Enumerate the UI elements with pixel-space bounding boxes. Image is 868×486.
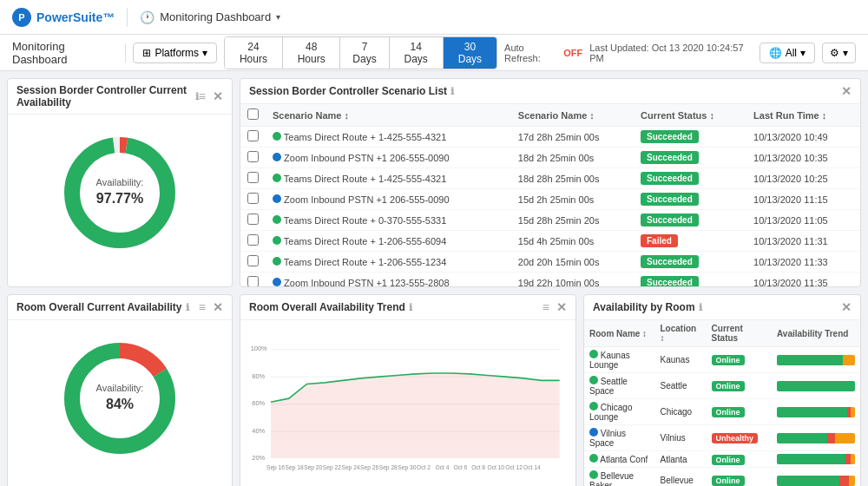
row-checkbox[interactable] bbox=[240, 210, 266, 231]
status-badge: Succeeded bbox=[641, 172, 699, 185]
trend-green-seg bbox=[777, 433, 828, 443]
svg-text:Sep 18: Sep 18 bbox=[286, 464, 304, 471]
settings-button[interactable]: ⚙ ▾ bbox=[822, 43, 856, 63]
row-select-checkbox[interactable] bbox=[247, 213, 259, 225]
auto-refresh-status: OFF bbox=[563, 48, 582, 58]
room-icon bbox=[589, 454, 598, 463]
status-badge: Succeeded bbox=[641, 193, 699, 206]
row-checkbox[interactable] bbox=[240, 127, 266, 148]
row-checkbox[interactable] bbox=[240, 273, 266, 287]
row-scenario: 15d 4h 25min 00s bbox=[511, 231, 634, 252]
svg-text:40%: 40% bbox=[252, 427, 265, 435]
col-last-run[interactable]: Last Run Time ↕ bbox=[746, 104, 860, 127]
room-close-button[interactable]: ✕ bbox=[213, 300, 223, 314]
time-btn-24h[interactable]: 24 Hours bbox=[225, 37, 283, 69]
trend-chart-svg: 100% 80% 60% 40% 20% Sep 16 bbox=[249, 327, 567, 486]
room-status-cell: Online bbox=[707, 468, 772, 487]
row-select-checkbox[interactable] bbox=[247, 234, 259, 246]
time-btn-14d[interactable]: 14 Days bbox=[390, 37, 444, 69]
trend-yellow-seg bbox=[849, 476, 855, 486]
panel-close-button[interactable]: ✕ bbox=[213, 89, 223, 103]
trend-yellow-seg bbox=[851, 454, 855, 464]
brand-name: PowerSuite™ bbox=[36, 10, 115, 24]
time-btn-7d[interactable]: 7 Days bbox=[340, 37, 389, 69]
select-all-checkbox[interactable] bbox=[247, 108, 259, 120]
row-last-run: 10/13/2020 11:05 bbox=[746, 210, 860, 231]
row-checkbox[interactable] bbox=[240, 148, 266, 168]
nav-title-area[interactable]: 🕐 Monitoring Dashboard ▾ bbox=[140, 10, 280, 24]
row-scenario: 18d 28h 25min 00s bbox=[511, 168, 634, 189]
row-select-checkbox[interactable] bbox=[247, 172, 259, 183]
room-status-cell: Online bbox=[707, 399, 772, 425]
room-avail-header-left: Room Overall Current Availability ℹ bbox=[16, 301, 189, 313]
panel-header-left: Session Border Controller Current Availa… bbox=[16, 84, 199, 108]
row-select-checkbox[interactable] bbox=[247, 276, 259, 286]
sbc-donut-chart: Availability: 97.77% bbox=[59, 132, 181, 253]
row-select-checkbox[interactable] bbox=[247, 151, 259, 162]
trend-green-seg bbox=[777, 381, 855, 391]
logo-area: P PowerSuite™ bbox=[12, 8, 115, 27]
row-status: Succeeded bbox=[634, 252, 746, 273]
list-item: Chicago Lounge Chicago Online bbox=[584, 399, 860, 425]
row-name: Zoom Inbound PSTN +1 206-555-0090 bbox=[266, 189, 511, 210]
sbc-scenario-title: Session Border Controller Scenario List bbox=[249, 85, 447, 97]
room-location-cell: Kaunas bbox=[654, 347, 706, 373]
room-status-cell: Online bbox=[707, 373, 772, 399]
col-scenario-name2[interactable]: Scenario Name ↕ bbox=[511, 104, 634, 127]
trend-bar bbox=[777, 407, 855, 417]
row-status: Succeeded bbox=[634, 148, 746, 168]
time-btn-48h[interactable]: 48 Hours bbox=[283, 37, 341, 69]
col-scenario-name[interactable]: Scenario Name ↕ bbox=[266, 104, 511, 127]
scenario-table-wrapper[interactable]: Scenario Name ↕ Scenario Name ↕ Current … bbox=[240, 104, 860, 286]
col-room-name[interactable]: Room Name ↕ bbox=[584, 320, 654, 347]
last-updated: Last Updated: Oct 13 2020 10:24:57 PM bbox=[589, 43, 753, 63]
row-name: Teams Direct Route + 1-206-555-1234 bbox=[266, 252, 511, 273]
platforms-filter-button[interactable]: ⊞ Platforms ▾ bbox=[133, 43, 217, 63]
row-checkbox[interactable] bbox=[240, 189, 266, 210]
scenario-table: Scenario Name ↕ Scenario Name ↕ Current … bbox=[240, 104, 860, 286]
all-filter-button[interactable]: 🌐 All ▾ bbox=[760, 43, 815, 63]
room-availability-title: Room Overall Current Availability bbox=[16, 301, 182, 313]
room-info-icon: ℹ bbox=[186, 302, 189, 313]
status-badge: Unhealthy bbox=[712, 433, 759, 443]
row-status: Succeeded bbox=[634, 127, 746, 148]
room-availability-text: Availability: bbox=[96, 382, 144, 395]
row-status-icon bbox=[273, 174, 281, 182]
row-name: Zoom Inbound PSTN +1 206-555-0090 bbox=[266, 148, 511, 168]
row-select-checkbox[interactable] bbox=[247, 130, 259, 141]
room-status-cell: Online bbox=[707, 347, 772, 373]
col-location[interactable]: Location ↕ bbox=[654, 320, 706, 347]
room-menu-icon[interactable]: ≡ bbox=[199, 300, 206, 314]
row-select-checkbox[interactable] bbox=[247, 255, 259, 266]
sbc-availability-panel: Session Border Controller Current Availa… bbox=[7, 78, 233, 287]
table-row: Teams Direct Route + 1-425-555-4321 17d … bbox=[240, 127, 860, 148]
nav-title: Monitoring Dashboard bbox=[160, 10, 271, 23]
room-trend-header: Room Overall Availability Trend ℹ ≡ ✕ bbox=[240, 295, 575, 320]
list-item: Seattle Space Seattle Online bbox=[584, 373, 860, 399]
panel-menu-icon[interactable]: ≡ bbox=[199, 89, 206, 103]
room-list-close[interactable]: ✕ bbox=[841, 300, 852, 314]
col-checkbox bbox=[240, 104, 266, 127]
row-checkbox[interactable] bbox=[240, 168, 266, 189]
scenario-panel-close[interactable]: ✕ bbox=[841, 84, 852, 98]
col-current-status[interactable]: Current Status ↕ bbox=[634, 104, 746, 127]
time-btn-30d[interactable]: 30 Days bbox=[444, 37, 496, 69]
row-checkbox[interactable] bbox=[240, 252, 266, 273]
row-select-checkbox[interactable] bbox=[247, 193, 259, 204]
row-status-icon bbox=[273, 153, 281, 161]
row-checkbox[interactable] bbox=[240, 231, 266, 252]
sbc-scenario-header: Session Border Controller Scenario List … bbox=[240, 79, 860, 104]
trend-close-button[interactable]: ✕ bbox=[556, 300, 567, 314]
list-item: Kaunas Lounge Kaunas Online bbox=[584, 347, 860, 373]
room-list-table-wrapper[interactable]: Room Name ↕ Location ↕ Current Status Av… bbox=[584, 320, 860, 486]
col-room-status[interactable]: Current Status bbox=[707, 320, 772, 347]
room-trend-cell bbox=[772, 425, 860, 451]
trend-red-seg bbox=[839, 476, 849, 486]
room-name-cell: Seattle Space bbox=[584, 373, 654, 399]
col-avail-trend: Availability Trend bbox=[772, 320, 860, 347]
svg-text:Sep 22: Sep 22 bbox=[323, 464, 341, 471]
nav-dropdown-arrow[interactable]: ▾ bbox=[276, 12, 280, 22]
row-last-run: 10/13/2020 11:15 bbox=[746, 189, 860, 210]
trend-menu-icon[interactable]: ≡ bbox=[542, 300, 549, 314]
room-name-cell: Chicago Lounge bbox=[584, 399, 654, 425]
